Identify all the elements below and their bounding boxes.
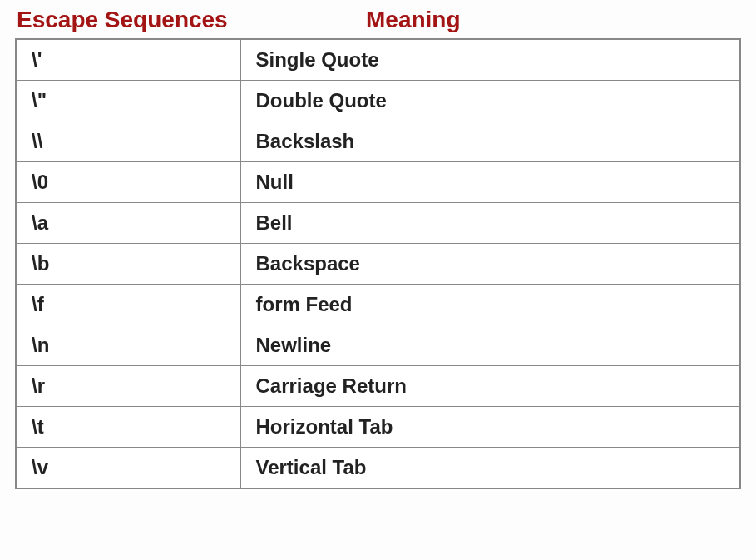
header-escape-sequences: Escape Sequences (15, 7, 366, 33)
cell-meaning: Double Quote (240, 81, 740, 121)
cell-meaning: form Feed (240, 285, 740, 325)
table-row: \' Single Quote (16, 39, 740, 81)
cell-sequence: \b (16, 244, 240, 285)
cell-meaning: Null (240, 162, 740, 203)
table-row: \n Newline (16, 325, 740, 366)
cell-sequence: \\ (16, 121, 240, 162)
table-row: \t Horizontal Tab (16, 407, 740, 448)
table-row: \0 Null (16, 162, 740, 203)
table-headers: Escape Sequences Meaning (15, 7, 741, 33)
table-row: \f form Feed (16, 285, 740, 325)
cell-sequence: \t (16, 407, 240, 448)
cell-meaning: Backspace (240, 244, 740, 285)
cell-sequence: \" (16, 81, 240, 121)
cell-meaning: Newline (240, 325, 740, 366)
header-meaning: Meaning (366, 7, 461, 33)
table-row: \r Carriage Return (16, 366, 740, 407)
cell-meaning: Single Quote (240, 39, 740, 81)
table-row: \" Double Quote (16, 81, 740, 121)
cell-meaning: Horizontal Tab (240, 407, 740, 448)
cell-sequence: \a (16, 203, 240, 244)
cell-meaning: Vertical Tab (240, 448, 740, 489)
table-row: \b Backspace (16, 244, 740, 285)
cell-sequence: \f (16, 285, 240, 325)
cell-sequence: \r (16, 366, 240, 407)
cell-sequence: \n (16, 325, 240, 366)
cell-sequence: \v (16, 448, 240, 489)
cell-sequence: \0 (16, 162, 240, 203)
table-row: \\ Backslash (16, 121, 740, 162)
cell-sequence: \' (16, 39, 240, 81)
cell-meaning: Backslash (240, 121, 740, 162)
escape-sequences-table: \' Single Quote \" Double Quote \\ Backs… (15, 38, 741, 489)
table-row: \a Bell (16, 203, 740, 244)
cell-meaning: Carriage Return (240, 366, 740, 407)
cell-meaning: Bell (240, 203, 740, 244)
table-row: \v Vertical Tab (16, 448, 740, 489)
